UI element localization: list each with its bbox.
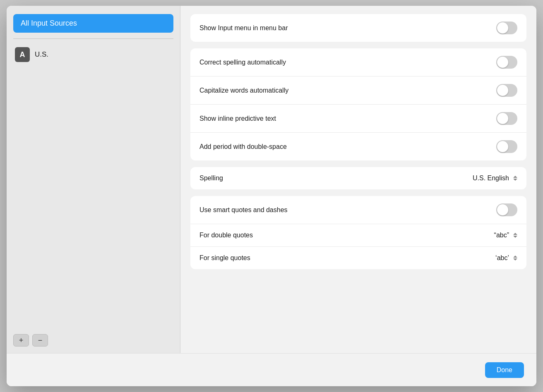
inline-predictive-toggle[interactable] (496, 112, 517, 125)
input-source-name: U.S. (35, 50, 48, 59)
bottom-bar: Done (7, 353, 536, 386)
double-quotes-dropdown-arrow (513, 233, 517, 238)
add-input-source-button[interactable]: + (13, 334, 29, 347)
single-quotes-dropdown-arrow (513, 256, 517, 261)
smart-quotes-row: Use smart quotes and dashes (190, 196, 526, 224)
double-quotes-row: For double quotes “abc” (190, 224, 526, 247)
spelling-label: Spelling (199, 174, 223, 182)
correct-spelling-toggle[interactable] (496, 56, 517, 69)
spelling-dropdown[interactable]: U.S. English (473, 174, 517, 182)
add-period-label: Add period with double-space (199, 143, 287, 151)
show-input-menu-card: Show Input menu in menu bar (190, 14, 526, 42)
smart-quotes-label: Use smart quotes and dashes (199, 206, 288, 214)
show-input-menu-label: Show Input menu in menu bar (199, 24, 288, 32)
show-input-menu-row: Show Input menu in menu bar (190, 14, 526, 42)
correct-spelling-row: Correct spelling automatically (190, 48, 526, 76)
double-quotes-label: For double quotes (199, 232, 253, 239)
sidebar: All Input Sources A U.S. + − (7, 6, 180, 353)
single-quotes-label: For single quotes (199, 254, 250, 262)
done-button[interactable]: Done (485, 362, 524, 378)
single-quotes-row: For single quotes ‘abc’ (190, 247, 526, 269)
double-quotes-dropdown[interactable]: “abc” (494, 232, 517, 239)
inline-predictive-row: Show inline predictive text (190, 105, 526, 133)
smart-quotes-toggle[interactable] (496, 203, 517, 216)
add-period-toggle[interactable] (496, 140, 517, 153)
all-input-sources-button[interactable]: All Input Sources (13, 14, 173, 33)
single-quotes-dropdown[interactable]: ‘abc’ (495, 254, 517, 262)
spelling-value: U.S. English (473, 174, 509, 182)
spelling-dropdown-arrow (513, 176, 517, 181)
spelling-row: Spelling U.S. English (190, 167, 526, 189)
add-period-row: Add period with double-space (190, 133, 526, 160)
single-quotes-value: ‘abc’ (495, 254, 509, 262)
us-input-source-item[interactable]: A U.S. (13, 45, 173, 65)
double-quotes-value: “abc” (494, 232, 509, 239)
inline-predictive-label: Show inline predictive text (199, 115, 276, 122)
show-input-menu-toggle[interactable] (496, 22, 517, 34)
capitalize-words-label: Capitalize words automatically (199, 87, 288, 94)
capitalize-words-toggle[interactable] (496, 84, 517, 97)
typing-options-card: Correct spelling automatically Capitaliz… (190, 48, 526, 160)
correct-spelling-label: Correct spelling automatically (199, 59, 286, 66)
sidebar-bottom-controls: + − (13, 329, 173, 353)
main-content: All Input Sources A U.S. + − Show Input … (7, 6, 536, 353)
sidebar-divider (13, 38, 173, 39)
capitalize-words-row: Capitalize words automatically (190, 76, 526, 105)
input-source-icon: A (15, 47, 30, 62)
remove-input-source-button[interactable]: − (32, 334, 48, 347)
right-panel: Show Input menu in menu bar Correct spel… (180, 6, 536, 353)
spelling-card: Spelling U.S. English (190, 167, 526, 189)
keyboard-settings-window: All Input Sources A U.S. + − Show Input … (7, 6, 536, 386)
smart-quotes-card: Use smart quotes and dashes For double q… (190, 196, 526, 269)
